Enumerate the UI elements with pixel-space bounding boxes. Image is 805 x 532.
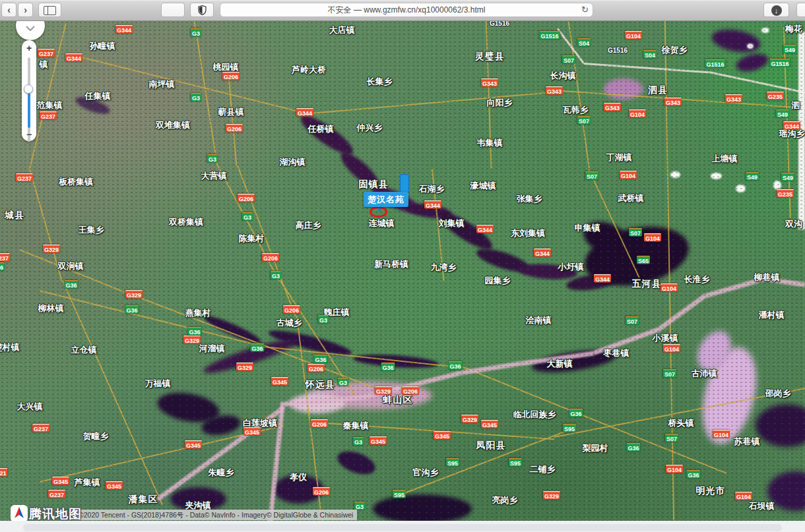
marker-arrow-icon: ▼ — [376, 206, 382, 213]
road-line — [304, 92, 554, 115]
address-bar[interactable]: 不安全 — www.gzmfw.cn/xq10000062/3.html ↻ — [220, 3, 593, 17]
water-body — [170, 487, 226, 511]
downloads-button[interactable]: ↓ — [763, 3, 789, 17]
cloud-strip — [798, 32, 805, 229]
road-line — [20, 249, 139, 298]
sidebar-icon — [44, 6, 56, 15]
cloud — [711, 173, 722, 179]
zoom-out-button[interactable]: − — [22, 129, 36, 140]
cloud — [747, 44, 754, 49]
road-line — [486, 20, 492, 169]
water-body — [353, 352, 439, 370]
river-line — [461, 361, 521, 375]
road-line — [432, 169, 444, 281]
road-line — [217, 165, 280, 281]
address-text: 不安全 — www.gzmfw.cn/xq10000062/3.html — [328, 5, 486, 15]
road-line — [462, 366, 727, 474]
cloud — [736, 185, 746, 192]
water-body — [73, 94, 112, 117]
road-line — [40, 290, 264, 347]
water-body — [767, 471, 805, 511]
road-line — [139, 297, 390, 394]
road-line — [396, 428, 573, 497]
marker-tab[interactable] — [400, 174, 409, 193]
road-line — [568, 22, 590, 169]
chevron-down-icon — [26, 26, 35, 31]
reload-icon[interactable]: ↻ — [581, 3, 589, 16]
tencent-maps-brand: 腾讯地图 — [29, 506, 82, 521]
marker-bubble[interactable]: 楚汉名苑 — [364, 192, 408, 207]
zoom-in-button[interactable]: + — [22, 43, 36, 53]
map-canvas[interactable]: + − 腾讯地图 ©2020 Tencent - GS(2018)4786号 -… — [0, 20, 805, 521]
road-line — [553, 90, 805, 108]
page-bottom-strip — [0, 521, 805, 532]
river-line — [659, 293, 707, 330]
road-line — [317, 422, 554, 440]
cloud — [670, 171, 680, 178]
zoom-slider-thumb[interactable] — [24, 84, 33, 94]
zoom-slider-fill — [28, 94, 30, 128]
shield-icon — [198, 7, 207, 17]
road-line — [227, 63, 237, 166]
map-copyright: ©2020 Tencent - GS(2018)4786号 - Data© Na… — [75, 510, 357, 520]
water-body — [756, 404, 805, 447]
road-line — [237, 165, 296, 316]
river-line — [593, 327, 661, 355]
sidebar-button[interactable] — [38, 3, 61, 17]
water-body — [434, 206, 496, 255]
river-line — [268, 405, 285, 521]
bottom-scroll-bar[interactable] — [23, 524, 782, 531]
water-body — [373, 494, 472, 521]
water-body — [734, 51, 771, 74]
tencent-maps-logo — [11, 505, 28, 521]
extension-button[interactable] — [161, 3, 185, 17]
download-icon: ↓ — [771, 5, 782, 16]
cloud — [773, 181, 781, 190]
water-body — [274, 475, 323, 504]
water-body — [709, 26, 761, 56]
river-line — [705, 277, 765, 298]
expressway-line — [584, 63, 709, 73]
road-line — [62, 280, 163, 504]
road-line — [783, 27, 791, 218]
river-line — [765, 277, 805, 287]
privacy-shield-button[interactable] — [190, 3, 214, 17]
browser-toolbar: ‹ › 不安全 — www.gzmfw.cn/xq10000062/3.html… — [0, 0, 805, 21]
collapse-control-button[interactable] — [16, 20, 45, 40]
browser-window: ‹ › 不安全 — www.gzmfw.cn/xq10000062/3.html… — [0, 0, 805, 532]
road-line — [79, 56, 304, 113]
back-button[interactable]: ‹ — [1, 3, 16, 17]
water-body — [335, 447, 379, 479]
expressway-line — [709, 71, 805, 94]
road-line — [194, 22, 218, 166]
share-button[interactable] — [796, 3, 805, 17]
forward-button[interactable]: › — [18, 3, 33, 17]
water-body — [517, 262, 577, 281]
cloud — [761, 28, 769, 33]
zoom-slider-panel: + − — [22, 40, 36, 141]
